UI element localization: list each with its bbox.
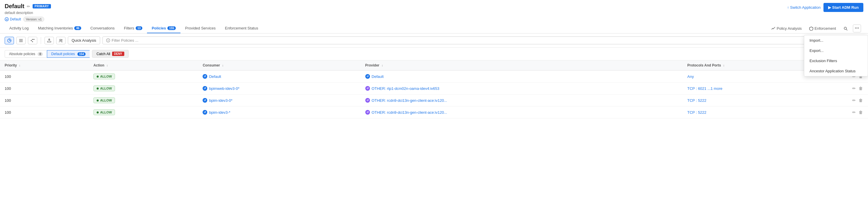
delete-row-button[interactable]: 🗑 (858, 98, 863, 103)
provider-name[interactable]: Default (372, 74, 384, 79)
edit-row-button[interactable]: ✏ (852, 109, 856, 115)
divider (41, 37, 41, 44)
provider-icon: ↺ (365, 110, 370, 115)
priority-cell: 100 (0, 82, 89, 95)
dropdown-item-export[interactable]: Export... (804, 46, 868, 56)
provider-name[interactable]: OTHER: rtp1-dcm02n-oama-idev4:iv653 (372, 86, 439, 91)
absolute-policies-tab[interactable]: Absolute policies 0 (5, 50, 47, 58)
consumer-icon: ↺ (203, 110, 207, 115)
allow-dot (97, 87, 99, 89)
search-button[interactable] (841, 25, 850, 32)
consumer-icon: ↺ (203, 86, 207, 91)
filter-bar[interactable]: Filter Policies ... (102, 36, 863, 44)
tab-policies[interactable]: Policies155 (147, 24, 181, 33)
tab-conversations[interactable]: Conversations (86, 24, 119, 33)
tree-icon (31, 38, 35, 43)
start-adm-run-button[interactable]: ▶ Start ADM Run (824, 3, 863, 12)
enforcement-button[interactable]: Enforcement (807, 25, 838, 32)
row-actions: ✏🗑 (847, 95, 868, 106)
tabs-row: Activity LogMatching Inventories46Conver… (5, 24, 863, 33)
shield-icon (809, 27, 813, 31)
svg-line-3 (846, 29, 848, 30)
tree-view-button[interactable] (28, 37, 37, 44)
allow-badge: ALLOW (93, 109, 115, 115)
delete-row-button[interactable]: 🗑 (858, 85, 863, 91)
consumer-name[interactable]: bpim-idev3-0* (209, 98, 232, 103)
table-row: 100ALLOW↺bpimweb-idev3-0*↺OTHER: rtp1-dc… (0, 82, 868, 95)
policies-table-container: Priority ↕ Action ↕ Consumer ↕ Provider … (0, 60, 868, 119)
provider-icon: ↺ (365, 74, 370, 79)
primary-badge: PRIMARY (33, 4, 51, 8)
tab-provided-services[interactable]: Provided Services (181, 24, 220, 33)
allow-dot (97, 76, 99, 78)
quick-analysis-button[interactable]: Quick Analysis (68, 36, 100, 44)
protocol-value[interactable]: Any (687, 74, 694, 79)
consumer-cell: ↺bpim-idev3-* (198, 106, 360, 119)
policy-analysis-button[interactable]: Policy Analysis (769, 25, 804, 32)
consumer-name[interactable]: bpim-idev3-* (209, 110, 230, 115)
upload-button[interactable] (44, 37, 54, 44)
tab-enforcement-status[interactable]: Enforcement Status (220, 24, 263, 33)
consumer-cell: ↺bpim-idev3-0* (198, 95, 360, 106)
table-row: 100ALLOW↺bpim-idev3-*↺OTHER: rcdn9-dci13… (0, 106, 868, 119)
dropdown-item-exclusion-filters[interactable]: Exclusion Filters (804, 56, 868, 66)
provider-name[interactable]: OTHER: rcdn9-dci13n-gen-client-ace:iv120… (372, 98, 447, 103)
svg-line-17 (31, 40, 33, 41)
tab-matching-inventories[interactable]: Matching Inventories46 (33, 24, 86, 33)
consumer-icon: ↺ (203, 74, 207, 79)
protocol-value[interactable]: TCP : 5222 (687, 110, 707, 115)
list-view-button[interactable] (16, 37, 26, 44)
action-cell: ALLOW (89, 106, 198, 119)
protocols-cell: TCP : 5222 (683, 95, 847, 106)
users-button[interactable] (56, 37, 65, 44)
provider-icon: ↺ (365, 86, 370, 91)
switch-application-button[interactable]: ↑ Switch Application (787, 5, 820, 10)
tab-badge-policies: 155 (167, 26, 176, 30)
svg-point-4 (855, 28, 856, 29)
default-policies-tab[interactable]: Default policies 154 (47, 50, 90, 58)
edit-row-button[interactable]: ✏ (852, 98, 856, 103)
priority-cell: 100 (0, 95, 89, 106)
pie-chart-icon (7, 38, 11, 43)
protocol-value[interactable]: TCP : 5222 (687, 98, 707, 103)
tab-filters[interactable]: Filters13 (119, 24, 147, 33)
provider-name[interactable]: OTHER: rcdn9-dci13n-gen-client-ace:iv120… (372, 110, 447, 115)
table-body: 100ALLOW↺Default↺DefaultAny✏🗑100ALLOW↺bp… (0, 71, 868, 119)
version-badge: Version: v1 (23, 17, 44, 22)
users-icon (59, 38, 63, 43)
dropdown-item-import[interactable]: Import... (804, 35, 868, 46)
edit-icon[interactable]: ✏ (27, 4, 30, 9)
breadcrumb-row: ↺ Default Version: v1 (5, 17, 863, 22)
tab-activity-log[interactable]: Activity Log (5, 24, 33, 33)
consumer-cell: ↺Default (198, 71, 360, 82)
app-header: Default ✏ PRIMARY ↑ Switch Application ▶… (0, 0, 868, 33)
title-row: Default ✏ PRIMARY (5, 3, 51, 10)
svg-rect-20 (48, 41, 51, 42)
allow-badge: ALLOW (93, 74, 115, 79)
pie-chart-view-button[interactable] (5, 37, 14, 44)
svg-line-18 (31, 41, 33, 42)
dropdown-item-ancestor-app-status[interactable]: Ancestor Application Status (804, 66, 868, 76)
consumer-name[interactable]: bpimweb-idev3-0* (209, 86, 239, 91)
toolbar: Quick Analysis Filter Policies ... (0, 33, 868, 48)
more-options-button[interactable] (853, 25, 861, 32)
breadcrumb-label: Default (10, 17, 21, 21)
svg-point-6 (858, 28, 859, 29)
list-icon (19, 38, 23, 43)
consumer-col-header[interactable]: Consumer ↕ (198, 60, 360, 71)
provider-cell: ↺OTHER: rtp1-dcm02n-oama-idev4:iv653 (361, 82, 683, 95)
provider-col-header[interactable]: Provider ↕ (361, 60, 683, 71)
info-icon (106, 38, 110, 42)
action-col-header[interactable]: Action ↕ (89, 60, 198, 71)
delete-row-button[interactable]: 🗑 (858, 109, 863, 115)
priority-col-header[interactable]: Priority ↕ (0, 60, 89, 71)
edit-row-button[interactable]: ✏ (852, 85, 856, 91)
catch-all-tab[interactable]: Catch All DENY (92, 50, 128, 58)
svg-point-5 (857, 28, 858, 29)
action-cell: ALLOW (89, 71, 198, 82)
consumer-name[interactable]: Default (209, 74, 221, 79)
upload-icon (47, 38, 51, 43)
protocol-value[interactable]: TCP : 6021 ...1 more (687, 86, 722, 91)
breadcrumb-default[interactable]: ↺ Default (5, 17, 21, 21)
allow-badge: ALLOW (93, 85, 115, 91)
